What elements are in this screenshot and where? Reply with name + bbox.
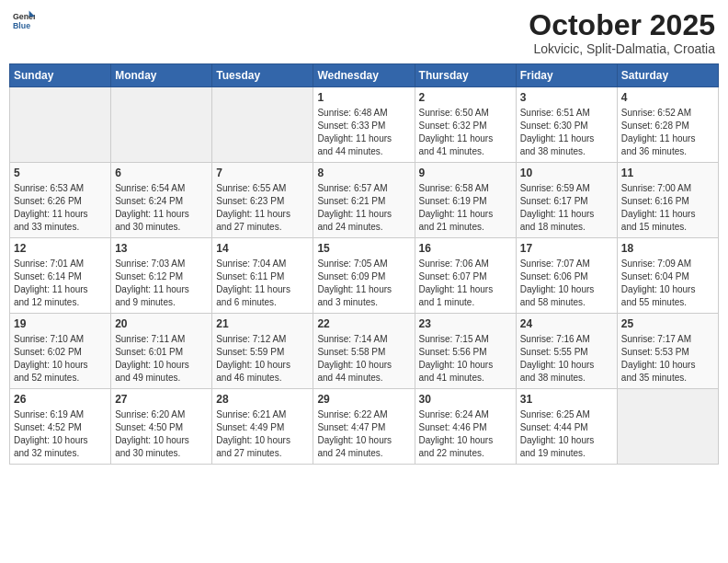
day-info: Sunrise: 6:59 AM Sunset: 6:17 PM Dayligh… — [520, 182, 613, 234]
calendar-cell: 29Sunrise: 6:22 AM Sunset: 4:47 PM Dayli… — [313, 389, 415, 465]
day-info: Sunrise: 7:05 AM Sunset: 6:09 PM Dayligh… — [317, 258, 410, 309]
day-info: Sunrise: 7:09 AM Sunset: 6:04 PM Dayligh… — [621, 258, 714, 309]
day-number: 29 — [317, 393, 410, 406]
calendar-cell: 30Sunrise: 6:24 AM Sunset: 4:46 PM Dayli… — [415, 389, 516, 465]
day-number: 23 — [419, 317, 512, 330]
day-info: Sunrise: 6:58 AM Sunset: 6:19 PM Dayligh… — [419, 182, 512, 234]
day-info: Sunrise: 7:01 AM Sunset: 6:14 PM Dayligh… — [14, 258, 107, 309]
calendar-cell: 27Sunrise: 6:20 AM Sunset: 4:50 PM Dayli… — [111, 389, 212, 465]
weekday-header-wednesday: Wednesday — [313, 64, 415, 87]
day-number: 7 — [216, 167, 309, 179]
day-number: 1 — [317, 91, 410, 104]
weekday-header-thursday: Thursday — [415, 64, 516, 87]
day-info: Sunrise: 7:07 AM Sunset: 6:06 PM Dayligh… — [520, 258, 613, 309]
weekday-header-monday: Monday — [111, 64, 212, 87]
calendar-cell: 3Sunrise: 6:51 AM Sunset: 6:30 PM Daylig… — [516, 87, 617, 163]
calendar-cell: 25Sunrise: 7:17 AM Sunset: 5:53 PM Dayli… — [617, 314, 718, 389]
calendar-cell — [617, 389, 718, 465]
day-number: 22 — [317, 317, 410, 330]
weekday-header-sunday: Sunday — [10, 64, 111, 87]
calendar-cell: 28Sunrise: 6:21 AM Sunset: 4:49 PM Dayli… — [212, 389, 313, 465]
day-number: 17 — [520, 242, 613, 255]
day-number: 24 — [520, 317, 613, 330]
calendar-cell: 12Sunrise: 7:01 AM Sunset: 6:14 PM Dayli… — [10, 238, 111, 314]
day-number: 26 — [14, 393, 107, 406]
day-info: Sunrise: 7:06 AM Sunset: 6:07 PM Dayligh… — [419, 258, 512, 309]
day-info: Sunrise: 7:03 AM Sunset: 6:12 PM Dayligh… — [115, 258, 208, 309]
day-number: 4 — [621, 91, 714, 104]
calendar-cell: 21Sunrise: 7:12 AM Sunset: 5:59 PM Dayli… — [212, 314, 313, 389]
day-info: Sunrise: 7:00 AM Sunset: 6:16 PM Dayligh… — [621, 182, 714, 234]
day-info: Sunrise: 6:55 AM Sunset: 6:23 PM Dayligh… — [216, 182, 309, 234]
day-info: Sunrise: 6:48 AM Sunset: 6:33 PM Dayligh… — [317, 107, 410, 158]
calendar-cell — [111, 87, 212, 163]
day-number: 28 — [216, 393, 309, 406]
day-number: 19 — [14, 317, 107, 330]
calendar-cell: 24Sunrise: 7:16 AM Sunset: 5:55 PM Dayli… — [516, 314, 617, 389]
day-info: Sunrise: 7:15 AM Sunset: 5:56 PM Dayligh… — [419, 333, 512, 385]
calendar-cell: 10Sunrise: 6:59 AM Sunset: 6:17 PM Dayli… — [516, 163, 617, 238]
day-info: Sunrise: 6:21 AM Sunset: 4:49 PM Dayligh… — [216, 408, 309, 460]
day-number: 31 — [520, 393, 613, 406]
day-info: Sunrise: 6:24 AM Sunset: 4:46 PM Dayligh… — [419, 408, 512, 460]
day-number: 20 — [115, 317, 208, 330]
calendar-cell: 31Sunrise: 6:25 AM Sunset: 4:44 PM Dayli… — [516, 389, 617, 465]
day-number: 6 — [115, 167, 208, 179]
day-info: Sunrise: 6:25 AM Sunset: 4:44 PM Dayligh… — [520, 408, 613, 460]
day-info: Sunrise: 6:51 AM Sunset: 6:30 PM Dayligh… — [520, 107, 613, 158]
week-row-2: 5Sunrise: 6:53 AM Sunset: 6:26 PM Daylig… — [10, 163, 719, 238]
day-info: Sunrise: 7:16 AM Sunset: 5:55 PM Dayligh… — [520, 333, 613, 385]
title-block: October 2025 Lokvicic, Split-Dalmatia, C… — [529, 9, 715, 56]
calendar-cell: 7Sunrise: 6:55 AM Sunset: 6:23 PM Daylig… — [212, 163, 313, 238]
day-number: 16 — [419, 242, 512, 255]
calendar-cell: 11Sunrise: 7:00 AM Sunset: 6:16 PM Dayli… — [617, 163, 718, 238]
day-number: 21 — [216, 317, 309, 330]
calendar-table: SundayMondayTuesdayWednesdayThursdayFrid… — [9, 63, 719, 465]
calendar-cell: 19Sunrise: 7:10 AM Sunset: 6:02 PM Dayli… — [10, 314, 111, 389]
day-number: 12 — [14, 242, 107, 255]
calendar-cell: 5Sunrise: 6:53 AM Sunset: 6:26 PM Daylig… — [10, 163, 111, 238]
day-info: Sunrise: 6:50 AM Sunset: 6:32 PM Dayligh… — [419, 107, 512, 158]
calendar-cell: 18Sunrise: 7:09 AM Sunset: 6:04 PM Dayli… — [617, 238, 718, 314]
day-number: 14 — [216, 242, 309, 255]
week-row-5: 26Sunrise: 6:19 AM Sunset: 4:52 PM Dayli… — [10, 389, 719, 465]
calendar-cell: 23Sunrise: 7:15 AM Sunset: 5:56 PM Dayli… — [415, 314, 516, 389]
week-row-1: 1Sunrise: 6:48 AM Sunset: 6:33 PM Daylig… — [10, 87, 719, 163]
day-info: Sunrise: 6:57 AM Sunset: 6:21 PM Dayligh… — [317, 182, 410, 234]
day-number: 8 — [317, 167, 410, 179]
day-number: 18 — [621, 242, 714, 255]
day-info: Sunrise: 7:11 AM Sunset: 6:01 PM Dayligh… — [115, 333, 208, 385]
day-number: 13 — [115, 242, 208, 255]
calendar-cell: 22Sunrise: 7:14 AM Sunset: 5:58 PM Dayli… — [313, 314, 415, 389]
day-info: Sunrise: 6:20 AM Sunset: 4:50 PM Dayligh… — [115, 408, 208, 460]
svg-text:Blue: Blue — [13, 21, 30, 30]
day-info: Sunrise: 6:22 AM Sunset: 4:47 PM Dayligh… — [317, 408, 410, 460]
calendar-cell — [212, 87, 313, 163]
day-info: Sunrise: 6:53 AM Sunset: 6:26 PM Dayligh… — [14, 182, 107, 234]
month-title: October 2025 — [529, 9, 715, 41]
week-row-3: 12Sunrise: 7:01 AM Sunset: 6:14 PM Dayli… — [10, 238, 719, 314]
page-header: General Blue October 2025 Lokvicic, Spli… — [9, 9, 719, 56]
day-number: 10 — [520, 167, 613, 179]
day-number: 27 — [115, 393, 208, 406]
calendar-cell: 2Sunrise: 6:50 AM Sunset: 6:32 PM Daylig… — [415, 87, 516, 163]
day-number: 25 — [621, 317, 714, 330]
calendar-cell: 20Sunrise: 7:11 AM Sunset: 6:01 PM Dayli… — [111, 314, 212, 389]
calendar-cell: 8Sunrise: 6:57 AM Sunset: 6:21 PM Daylig… — [313, 163, 415, 238]
calendar-cell: 1Sunrise: 6:48 AM Sunset: 6:33 PM Daylig… — [313, 87, 415, 163]
day-number: 11 — [621, 167, 714, 179]
weekday-header-tuesday: Tuesday — [212, 64, 313, 87]
calendar-cell: 9Sunrise: 6:58 AM Sunset: 6:19 PM Daylig… — [415, 163, 516, 238]
day-number: 15 — [317, 242, 410, 255]
logo-icon: General Blue — [13, 9, 35, 31]
location: Lokvicic, Split-Dalmatia, Croatia — [529, 41, 715, 56]
day-info: Sunrise: 7:12 AM Sunset: 5:59 PM Dayligh… — [216, 333, 309, 385]
day-info: Sunrise: 6:52 AM Sunset: 6:28 PM Dayligh… — [621, 107, 714, 158]
calendar-cell: 26Sunrise: 6:19 AM Sunset: 4:52 PM Dayli… — [10, 389, 111, 465]
day-number: 5 — [14, 167, 107, 179]
calendar-cell: 15Sunrise: 7:05 AM Sunset: 6:09 PM Dayli… — [313, 238, 415, 314]
day-info: Sunrise: 7:17 AM Sunset: 5:53 PM Dayligh… — [621, 333, 714, 385]
day-number: 30 — [419, 393, 512, 406]
logo: General Blue — [13, 9, 35, 31]
calendar-cell: 14Sunrise: 7:04 AM Sunset: 6:11 PM Dayli… — [212, 238, 313, 314]
